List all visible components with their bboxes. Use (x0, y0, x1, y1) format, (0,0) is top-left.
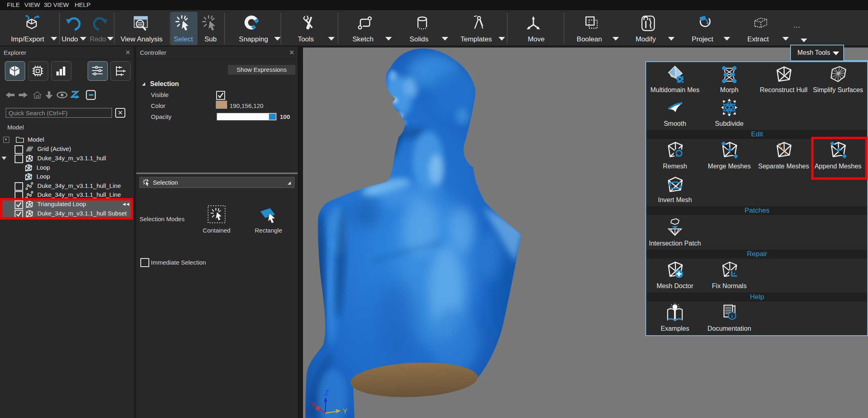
svg-text:Y: Y (343, 407, 347, 415)
svg-text:Z: Z (324, 389, 329, 397)
svg-text:X: X (311, 401, 316, 409)
